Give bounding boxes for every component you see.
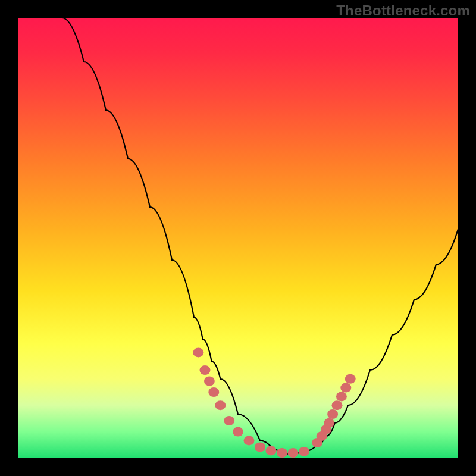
marker-dot — [324, 418, 334, 428]
plot-area — [18, 18, 458, 458]
marker-dot — [288, 448, 299, 458]
marker-dot — [332, 400, 343, 410]
marker-dot — [266, 446, 277, 455]
marker-dot — [327, 409, 338, 419]
marker-dot — [224, 416, 234, 425]
marker-dot — [277, 448, 287, 458]
marker-dot — [200, 365, 211, 375]
marker-dot — [255, 443, 265, 452]
chart-frame: TheBottleneck.com — [0, 0, 476, 476]
marker-dot — [336, 392, 347, 401]
marker-cluster-left — [193, 347, 309, 458]
marker-dot — [215, 400, 226, 410]
marker-dot — [204, 377, 215, 386]
marker-dot — [193, 347, 203, 357]
marker-dot — [340, 383, 351, 393]
marker-dot — [208, 387, 219, 397]
marker-cluster-right — [312, 374, 356, 447]
bottleneck-curve — [62, 18, 458, 454]
curve-layer — [18, 18, 458, 458]
marker-dot — [299, 447, 309, 456]
watermark-text: TheBottleneck.com — [336, 2, 470, 19]
marker-dot — [345, 374, 356, 384]
marker-dot — [233, 427, 243, 437]
marker-dot — [244, 436, 255, 445]
